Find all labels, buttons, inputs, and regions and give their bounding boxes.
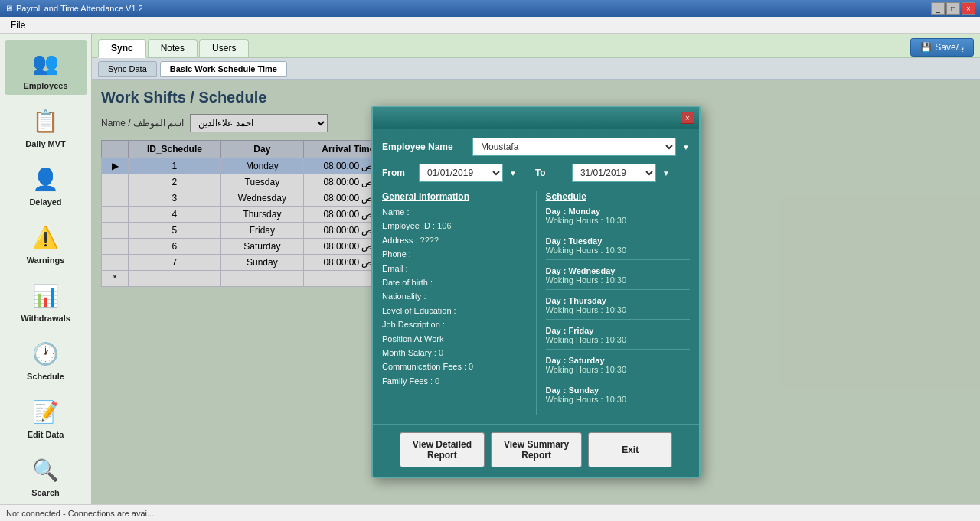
sidebar-label-edit-data: Edit Data xyxy=(28,430,64,439)
schedule-section-title: Schedule xyxy=(546,191,691,202)
sidebar-item-employees[interactable]: 👥 Employees xyxy=(5,40,87,95)
title-bar-buttons: _ □ × xyxy=(931,2,975,15)
from-dropdown-icon: ▼ xyxy=(509,169,517,177)
employee-dropdown-icon: ▼ xyxy=(682,143,690,151)
sidebar-label-daily-mvt: Daily MVT xyxy=(25,139,66,148)
schedule-day-label: Day : Friday xyxy=(546,326,691,335)
modal-close-button[interactable]: × xyxy=(681,112,694,124)
schedule-hours-label: Woking Hours : 10:30 xyxy=(546,335,691,344)
page-content: Work Shifts / Schedule Name / اسم الموظف… xyxy=(92,80,980,504)
tab-users[interactable]: Users xyxy=(199,39,249,57)
schedule-day-entry: Day : Wednesday Woking Hours : 10:30 xyxy=(546,266,691,290)
info-employee-id: Employee ID : 106 xyxy=(382,220,527,232)
schedule-day-entry: Day : Friday Woking Hours : 10:30 xyxy=(546,326,691,350)
sidebar-item-schedule[interactable]: 🕐 Schedule xyxy=(5,331,87,386)
schedule-day-label: Day : Wednesday xyxy=(546,266,691,275)
schedule-hours-label: Woking Hours : 10:30 xyxy=(546,365,691,374)
status-bar: Not connected - Connections are avai... xyxy=(0,504,980,521)
info-nationality: Nationality : xyxy=(382,291,527,302)
schedule-days-container: Day : Monday Woking Hours : 10:30 Day : … xyxy=(546,207,691,415)
sidebar-item-delayed[interactable]: 👤 Delayed xyxy=(5,156,87,211)
save-button[interactable]: 💾 Save/بـ xyxy=(910,38,974,57)
schedule-day-label: Day : Sunday xyxy=(546,386,691,395)
tab-notes[interactable]: Notes xyxy=(148,39,198,57)
view-summary-report-button[interactable]: View Summary Report xyxy=(491,432,582,467)
warnings-icon: ⚠️ xyxy=(28,219,64,256)
delayed-icon: 👤 xyxy=(28,161,64,197)
modal-columns: General Information Name : Employee ID :… xyxy=(382,191,690,415)
status-message: Not connected - Connections are avai... xyxy=(6,509,154,518)
modal-col-general-info: General Information Name : Employee ID :… xyxy=(382,191,537,415)
sidebar-label-search: Search xyxy=(31,488,60,497)
app-title: Payroll and Time Attendance V1.2 xyxy=(16,4,143,13)
edit-data-icon: 📝 xyxy=(28,393,64,430)
info-comm: Communication Fees : 0 xyxy=(382,361,527,373)
schedule-hours-label: Woking Hours : 10:30 xyxy=(546,246,691,255)
modal-overlay: × Employee Name Moustafa ▼ xyxy=(92,80,980,504)
sidebar-label-schedule: Schedule xyxy=(27,372,64,381)
subtab-basic-work[interactable]: Basic Work Schedule Time xyxy=(160,61,287,77)
sidebar-item-edit-data[interactable]: 📝 Edit Data xyxy=(5,389,87,444)
modal-titlebar: × xyxy=(373,107,699,129)
modal-dialog: × Employee Name Moustafa ▼ xyxy=(371,106,701,478)
sidebar-item-warnings[interactable]: ⚠️ Warnings xyxy=(5,214,87,269)
maximize-button[interactable]: □ xyxy=(946,2,960,15)
sidebar-item-search[interactable]: 🔍 Search xyxy=(5,447,87,502)
info-position: Position At Work xyxy=(382,334,527,345)
file-menu[interactable]: File xyxy=(5,18,31,32)
info-phone: Phone : xyxy=(382,249,527,260)
general-info-title: General Information xyxy=(382,191,527,202)
to-date-select[interactable]: 31/01/2019 xyxy=(572,164,656,182)
sidebar-label-warnings: Warnings xyxy=(27,256,65,265)
main-layout: 👥 Employees 📋 Daily MVT 👤 Delayed ⚠️ War… xyxy=(0,34,980,504)
schedule-day-label: Day : Tuesday xyxy=(546,236,691,246)
schedule-day-entry: Day : Saturday Woking Hours : 10:30 xyxy=(546,356,691,379)
title-bar: 🖥 Payroll and Time Attendance V1.2 _ □ × xyxy=(0,0,980,17)
modal-col-schedule: Schedule Day : Monday Woking Hours : 10:… xyxy=(537,191,691,415)
exit-button[interactable]: Exit xyxy=(588,432,672,467)
search-icon: 🔍 xyxy=(28,451,64,488)
schedule-hours-label: Woking Hours : 10:30 xyxy=(546,395,691,404)
sidebar-item-daily-mvt[interactable]: 📋 Daily MVT xyxy=(5,98,87,153)
modal-footer: View Detailed Report View Summary Report… xyxy=(373,424,699,477)
schedule-day-label: Day : Monday xyxy=(546,207,691,216)
info-address: Address : ???? xyxy=(382,235,527,246)
schedule-icon: 🕐 xyxy=(28,335,64,372)
schedule-day-label: Day : Thursday xyxy=(546,296,691,305)
info-education: Level of Education : xyxy=(382,305,527,317)
sidebar: 👥 Employees 📋 Daily MVT 👤 Delayed ⚠️ War… xyxy=(0,34,92,504)
info-name: Name : xyxy=(382,207,527,218)
schedule-hours-label: Woking Hours : 10:30 xyxy=(546,275,691,285)
sidebar-label-withdrawals: Withdrawals xyxy=(21,314,70,323)
to-label: To xyxy=(535,168,566,178)
schedule-hours-label: Woking Hours : 10:30 xyxy=(546,216,691,225)
schedule-day-entry: Day : Sunday Woking Hours : 10:30 xyxy=(546,386,691,409)
info-job: Job Description : xyxy=(382,319,527,331)
close-window-button[interactable]: × xyxy=(962,2,975,15)
schedule-hours-label: Woking Hours : 10:30 xyxy=(546,305,691,314)
subtab-sync-data[interactable]: Sync Data xyxy=(98,61,157,77)
minimize-button[interactable]: _ xyxy=(931,2,945,15)
sidebar-item-withdrawals[interactable]: 📊 Withdrawals xyxy=(5,272,87,327)
daily-mvt-icon: 📋 xyxy=(28,103,64,139)
schedule-day-entry: Day : Tuesday Woking Hours : 10:30 xyxy=(546,236,691,260)
employee-name-label: Employee Name xyxy=(382,142,466,152)
content-area: Sync Notes Users 💾 Save/بـ Sync Data Bas… xyxy=(92,34,980,504)
from-date-select[interactable]: 01/01/2019 xyxy=(419,164,503,182)
modal-body: Employee Name Moustafa ▼ From 01/01/2019 xyxy=(373,129,699,424)
date-row: From 01/01/2019 ▼ To 31/01/2019 ▼ xyxy=(382,164,690,182)
tab-sync[interactable]: Sync xyxy=(98,39,146,58)
employees-icon: 👥 xyxy=(28,44,64,81)
schedule-day-entry: Day : Monday Woking Hours : 10:30 xyxy=(546,207,691,230)
employee-name-select[interactable]: Moustafa xyxy=(472,138,676,156)
sidebar-label-employees: Employees xyxy=(23,81,67,90)
menu-bar: File xyxy=(0,17,980,34)
info-family: Family Fees : 0 xyxy=(382,376,527,387)
view-detailed-report-button[interactable]: View Detailed Report xyxy=(400,432,485,467)
app-icon: 🖥 xyxy=(5,4,13,13)
schedule-day-entry: Day : Thursday Woking Hours : 10:30 xyxy=(546,296,691,320)
withdrawals-icon: 📊 xyxy=(28,277,64,314)
info-email: Email : xyxy=(382,263,527,275)
sidebar-label-delayed: Delayed xyxy=(29,197,61,207)
sub-tabs: Sync Data Basic Work Schedule Time xyxy=(92,58,980,80)
